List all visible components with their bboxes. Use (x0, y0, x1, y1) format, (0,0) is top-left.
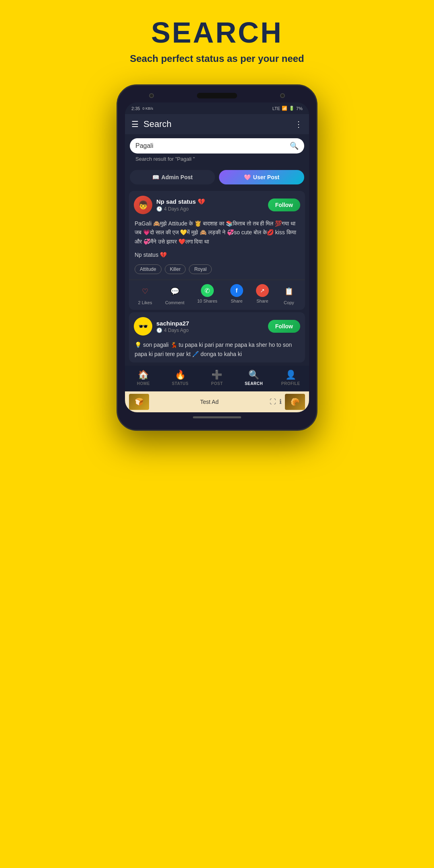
post-time-2: 🕐 4 Days Ago (156, 328, 264, 333)
ad-thumbnail-right: 🥐 (285, 394, 305, 410)
tag-royal[interactable]: Royal (189, 264, 212, 274)
hamburger-icon[interactable]: ☰ (131, 119, 139, 129)
share-label: Share (256, 299, 268, 303)
facebook-action[interactable]: f Share (230, 284, 243, 305)
app-bar: ☰ Search ⋮ (125, 114, 309, 134)
signal-icon: 📶 (282, 106, 287, 111)
battery-icon: 🔋 (289, 106, 295, 111)
copy-icon: 📋 (282, 284, 296, 299)
avatar-image-2: 🕶️ (134, 317, 152, 336)
comment-label: Comment (165, 300, 184, 305)
home-icon: 🏠 (138, 370, 149, 380)
page-title: SEARCH (151, 16, 283, 49)
tab-user-post[interactable]: 🩷 User Post (219, 170, 304, 184)
comment-icon: 💬 (168, 284, 182, 299)
status-time: 2:35 (131, 106, 140, 111)
search-icon[interactable]: 🔍 (290, 141, 299, 150)
nav-search[interactable]: 🔍 SEARCH (244, 370, 264, 386)
avatar-1: 👦 (134, 196, 152, 214)
post-icon: ➕ (211, 370, 222, 380)
copy-action[interactable]: 📋 Copy (282, 284, 296, 305)
admin-tab-label: Admin Post (162, 174, 193, 180)
nav-status[interactable]: 🔥 STATUS (170, 370, 190, 386)
post-username-1: Np sad status 💔 (156, 198, 264, 205)
selfie-camera (280, 93, 285, 98)
post-label: POST (211, 381, 223, 386)
time-ago-2: 4 Days Ago (164, 328, 188, 333)
ad-info-icon[interactable]: ℹ (279, 398, 282, 405)
home-indicator (193, 416, 241, 418)
search-container: Pagali 🔍 Search result for "Pagali " (125, 134, 309, 170)
status-icon: 🔥 (175, 370, 186, 380)
status-network: 0 KB/s (142, 106, 153, 111)
profile-label: PROFILE (281, 381, 300, 386)
bottom-nav: 🏠 HOME 🔥 STATUS ➕ POST 🔍 SEARCH 👤 PROFIL… (125, 366, 309, 391)
post-time-1: 🕐 4 Days Ago (156, 206, 264, 212)
nav-post[interactable]: ➕ POST (207, 370, 227, 386)
status-label: STATUS (172, 381, 189, 386)
user-tab-icon: 🩷 (244, 174, 251, 180)
status-signal: LTE (272, 106, 280, 111)
comment-action[interactable]: 💬 Comment (165, 284, 184, 305)
share-action[interactable]: ↗ Share (256, 284, 269, 305)
post-meta-2: sachinpa27 🕐 4 Days Ago (156, 320, 264, 333)
like-icon: ♡ (138, 284, 152, 299)
copy-label: Copy (284, 300, 294, 305)
nav-home[interactable]: 🏠 HOME (133, 370, 154, 386)
ad-expand-icon[interactable]: ⛶ (270, 398, 276, 405)
more-icon[interactable]: ⋮ (295, 119, 303, 129)
post-content-1: PaGali 🙈मुझे Attitude के 👸 बादशाह का 📚कि… (129, 219, 305, 250)
like-action[interactable]: ♡ 2 Likes (138, 284, 152, 305)
action-bar-1: ♡ 2 Likes 💬 Comment ✆ 10 Shares f Share … (129, 280, 305, 310)
page-subtitle: Seach perfect status as per your need (130, 53, 304, 64)
phone-top-bar (125, 93, 309, 98)
post-content-2: 💡 son pagali 💃 tu papa ki pari par me pa… (129, 340, 305, 362)
tag-attitude[interactable]: Attitude (135, 264, 162, 274)
facebook-label: Share (231, 299, 242, 303)
front-camera (149, 93, 154, 98)
profile-icon: 👤 (285, 370, 296, 380)
time-ago-1: 4 Days Ago (164, 206, 188, 212)
avatar-2: 🕶️ (134, 317, 152, 336)
status-left: 2:35 0 KB/s (131, 106, 153, 111)
whatsapp-label: 10 Shares (197, 299, 217, 303)
facebook-icon: f (230, 284, 243, 297)
tabs-container: 📖 Admin Post 🩷 User Post (125, 170, 309, 188)
home-label: HOME (137, 381, 150, 386)
status-bar: 2:35 0 KB/s LTE 📶 🔋 7% (125, 102, 309, 114)
ad-text: Test Ad (152, 399, 266, 405)
follow-button-2[interactable]: Follow (268, 320, 300, 333)
post-meta-1: Np sad status 💔 🕐 4 Days Ago (156, 198, 264, 212)
search-bar[interactable]: Pagali 🔍 (130, 138, 304, 154)
admin-tab-icon: 📖 (152, 174, 159, 180)
follow-button-1[interactable]: Follow (268, 199, 300, 211)
like-label: 2 Likes (138, 300, 152, 305)
tab-admin-post[interactable]: 📖 Admin Post (130, 170, 215, 184)
app-bar-title: Search (143, 119, 290, 129)
share-icon: ↗ (256, 284, 269, 297)
phone-speaker (197, 93, 237, 98)
post-card-2: 🕶️ sachinpa27 🕐 4 Days Ago Follow 💡 son … (129, 312, 305, 362)
ad-banner[interactable]: 🍞 Test Ad ⛶ ℹ 🥐 (125, 391, 309, 412)
clock-icon-2: 🕐 (156, 328, 162, 333)
user-tab-label: User Post (253, 174, 279, 180)
avatar-image-1: 👦 (134, 196, 152, 214)
search-nav-label: SEARCH (245, 381, 263, 386)
post-header-2: 🕶️ sachinpa27 🕐 4 Days Ago Follow (129, 312, 305, 340)
phone-frame: 2:35 0 KB/s LTE 📶 🔋 7% ☰ Search ⋮ Pagali… (117, 84, 317, 431)
ad-actions: ⛶ ℹ (270, 398, 282, 405)
phone-bottom-bar (125, 412, 309, 422)
whatsapp-icon: ✆ (201, 284, 214, 297)
whatsapp-action[interactable]: ✆ 10 Shares (197, 284, 217, 305)
search-nav-icon: 🔍 (248, 370, 259, 380)
phone-screen: 2:35 0 KB/s LTE 📶 🔋 7% ☰ Search ⋮ Pagali… (125, 102, 309, 412)
battery-level: 7% (296, 106, 303, 111)
tags-container-1: Attitude Killer Royal (129, 262, 305, 278)
clock-icon-1: 🕐 (156, 206, 162, 212)
nav-profile[interactable]: 👤 PROFILE (280, 370, 301, 386)
post-header-1: 👦 Np sad status 💔 🕐 4 Days Ago Follow (129, 191, 305, 219)
post-username-2: sachinpa27 (156, 320, 264, 327)
post-card-1: 👦 Np sad status 💔 🕐 4 Days Ago Follow Pa… (129, 191, 305, 310)
search-input[interactable]: Pagali (135, 142, 287, 149)
tag-killer[interactable]: Killer (165, 264, 186, 274)
